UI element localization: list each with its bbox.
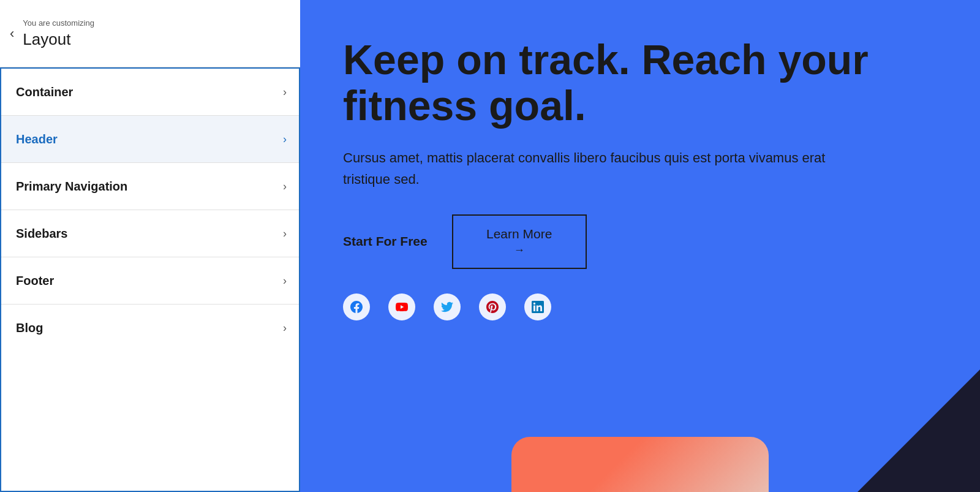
- left-panel: ‹ You are customizing Layout Container›H…: [0, 0, 300, 492]
- hero-buttons: Start For Free Learn More →: [343, 214, 937, 269]
- nav-list: Container›Header›Primary Navigation›Side…: [0, 67, 300, 492]
- chevron-icon-header: ›: [283, 133, 287, 146]
- chevron-icon-primary-navigation: ›: [283, 180, 287, 193]
- learn-more-label: Learn More: [486, 227, 552, 241]
- nav-item-primary-navigation[interactable]: Primary Navigation›: [1, 163, 299, 210]
- nav-item-label-primary-navigation: Primary Navigation: [16, 180, 127, 194]
- chevron-icon-footer: ›: [283, 274, 287, 287]
- facebook-icon[interactable]: [343, 293, 370, 320]
- nav-item-label-container: Container: [16, 85, 73, 99]
- dark-corner: [858, 369, 980, 492]
- youtube-icon[interactable]: [388, 293, 415, 320]
- nav-item-label-sidebars: Sidebars: [16, 227, 67, 241]
- nav-item-label-blog: Blog: [16, 321, 43, 335]
- social-icons: [343, 293, 937, 320]
- bottom-card: [511, 437, 769, 492]
- hero-title: Keep on track. Reach your fitness goal.: [343, 37, 894, 129]
- nav-item-footer[interactable]: Footer›: [1, 257, 299, 305]
- chevron-icon-blog: ›: [283, 322, 287, 335]
- customizer-header: ‹ You are customizing Layout: [0, 0, 300, 67]
- customizer-title: You are customizing Layout: [23, 18, 94, 49]
- nav-item-sidebars[interactable]: Sidebars›: [1, 210, 299, 257]
- chevron-icon-container: ›: [283, 86, 287, 99]
- nav-item-header[interactable]: Header›: [1, 116, 299, 163]
- pinterest-icon[interactable]: [479, 293, 506, 320]
- nav-item-container[interactable]: Container›: [1, 69, 299, 116]
- right-panel: Keep on track. Reach your fitness goal. …: [300, 0, 980, 492]
- chevron-icon-sidebars: ›: [283, 227, 287, 240]
- nav-item-blog[interactable]: Blog›: [1, 305, 299, 352]
- hero-subtitle: Cursus amet, mattis placerat convallis l…: [343, 147, 845, 190]
- twitter-icon[interactable]: [434, 293, 461, 320]
- learn-more-arrow: →: [514, 244, 525, 257]
- back-button[interactable]: ‹: [10, 27, 14, 40]
- layout-label: Layout: [23, 30, 94, 49]
- linkedin-icon[interactable]: [524, 293, 551, 320]
- customizing-label: You are customizing: [23, 18, 94, 28]
- learn-more-button[interactable]: Learn More →: [452, 214, 587, 269]
- nav-item-label-footer: Footer: [16, 274, 54, 288]
- start-free-button[interactable]: Start For Free: [343, 234, 428, 249]
- nav-item-label-header: Header: [16, 132, 58, 146]
